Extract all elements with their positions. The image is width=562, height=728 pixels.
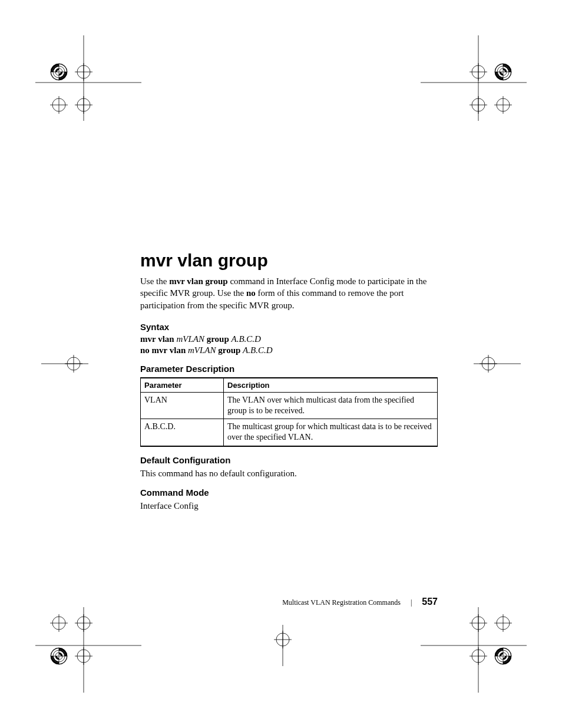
kw: no mvr vlan — [140, 345, 188, 355]
table-header-row: Parameter Description — [141, 378, 438, 393]
td-param: VLAN — [141, 392, 224, 419]
text-bold: mvr vlan group — [169, 276, 227, 286]
command-mode-text: Interface Config — [140, 500, 438, 512]
th-description: Description — [224, 378, 438, 393]
crop-mark-icon — [385, 0, 562, 177]
footer-section: Multicast VLAN Registration Commands — [282, 598, 401, 607]
heading-default-configuration: Default Configuration — [140, 455, 438, 465]
default-config-text: This command has no default configuratio… — [140, 467, 438, 479]
td-desc: The multicast group for which multicast … — [224, 419, 438, 446]
crop-mark-icon — [0, 551, 177, 728]
table-row: A.B.C.D. The multicast group for which m… — [141, 419, 438, 446]
heading-syntax: Syntax — [140, 322, 438, 332]
syntax-line-2: no mvr vlan mVLAN group A.B.C.D — [140, 345, 438, 355]
crop-mark-icon — [0, 0, 177, 177]
table-row: VLAN The VLAN over which multicast data … — [141, 392, 438, 419]
td-param: A.B.C.D. — [141, 419, 224, 446]
crop-mark-icon — [385, 551, 562, 728]
var: A.B.C.D — [232, 334, 261, 344]
heading-parameter-description: Parameter Description — [140, 364, 438, 374]
var: mVLAN — [176, 334, 206, 344]
syntax-line-1: mvr vlan mVLAN group A.B.C.D — [140, 334, 438, 344]
td-desc: The VLAN over which multicast data from … — [224, 392, 438, 419]
intro-paragraph: Use the mvr vlan group command in Interf… — [140, 275, 438, 311]
command-title: mvr vlan group — [140, 251, 438, 271]
crop-mark-icon — [259, 625, 306, 672]
th-parameter: Parameter — [141, 378, 224, 393]
text-bold: no — [246, 288, 256, 298]
kw: group — [218, 345, 243, 355]
crop-mark-icon — [474, 351, 521, 380]
var: mVLAN — [188, 345, 218, 355]
crop-mark-icon — [41, 351, 88, 380]
parameter-table: Parameter Description VLAN The VLAN over… — [140, 377, 438, 447]
kw: mvr vlan — [140, 334, 176, 344]
heading-command-mode: Command Mode — [140, 487, 438, 498]
text: Use the — [140, 276, 169, 286]
var: A.B.C.D — [243, 345, 272, 355]
kw: group — [207, 334, 232, 344]
page-body: mvr vlan group Use the mvr vlan group co… — [140, 251, 438, 522]
